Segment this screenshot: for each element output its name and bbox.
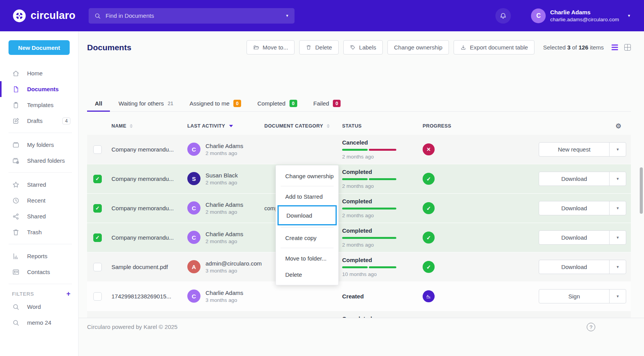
sidebar-item-documents[interactable]: Documents [0,81,78,97]
action-label[interactable]: Download [539,231,609,244]
completed-icon [423,202,435,214]
document-name[interactable]: 17429981238269015... [111,293,178,300]
user-menu-caret-icon: ▾ [628,13,630,18]
document-name[interactable]: Company memorandu... [111,234,181,241]
list-view-icon[interactable] [611,44,618,50]
row-checkbox[interactable] [93,204,102,213]
sidebar-item-label: memo 24 [27,319,51,326]
menu-item-delete[interactable]: Delete [276,266,338,283]
avatar: A [187,260,200,273]
action-label[interactable]: Download [539,260,609,274]
sidebar-item-label: Drafts [27,118,43,124]
tab-failed[interactable]: Failed0 [306,95,349,111]
column-header-last-activity[interactable]: LAST ACTIVITY [187,123,264,129]
action-caret-icon[interactable] [609,290,626,303]
row-checkbox[interactable] [93,175,102,183]
action-label[interactable]: New request [539,143,609,156]
tab-waiting-for-others[interactable]: Waiting for others21 [111,95,181,111]
action-label[interactable]: Download [539,201,609,215]
sidebar-item-home[interactable]: Home [0,65,78,81]
sort-icon [130,124,133,128]
sidebar-filter-word[interactable]: Word [0,299,78,315]
sidebar-item-reports[interactable]: Reports [0,248,78,264]
row-action-button[interactable]: New request [539,142,626,157]
row-checkbox[interactable] [93,145,102,154]
tab-assigned-to-me[interactable]: Assigned to me0 [182,95,249,111]
button-label: Change ownership [394,44,442,51]
add-filter-button[interactable]: + [66,290,70,297]
table-row[interactable]: Company memorandu... C Charlie Adams2 mo… [87,194,631,223]
row-action-button[interactable]: Download [539,172,626,186]
row-action-button[interactable]: Download [539,260,626,274]
sidebar-item-shared[interactable]: Shared [0,208,78,224]
column-header-name[interactable]: NAME [111,123,187,129]
action-label[interactable]: Sign [539,290,609,303]
row-checkbox[interactable] [93,233,102,242]
row-action-button[interactable]: Download [539,230,626,245]
action-caret-icon[interactable] [609,260,626,274]
menu-item-move-to-folder[interactable]: Move to folder... [276,250,338,266]
document-name[interactable]: Sample document.pdf [111,264,175,270]
search-scope-caret-icon[interactable]: ▾ [284,13,290,18]
action-label[interactable]: Download [539,172,609,186]
row-checkbox[interactable] [93,263,102,271]
row-action-button[interactable]: Sign [539,289,626,303]
menu-item-change-ownership[interactable]: Change ownership [276,168,338,184]
action-caret-icon[interactable] [609,143,626,156]
signature-icon [423,290,435,302]
grid-view-icon[interactable] [624,44,631,51]
global-search[interactable]: ▾ [89,8,295,24]
brand[interactable]: circularo [12,9,75,23]
column-header-progress[interactable]: PROGRESS [423,123,502,129]
user-menu[interactable]: C Charlie Adams charlie.adams@circularo.… [531,9,630,23]
document-name[interactable]: Company memorandu... [111,175,181,182]
sidebar-item-drafts[interactable]: Drafts 4 [0,113,78,129]
table-row[interactable]: 17429981238269015... C Charlie Adams3 mo… [87,282,631,311]
menu-highlight-frame: Download [277,205,337,225]
labels-button[interactable]: Labels [343,40,383,55]
sort-desc-icon [229,125,233,127]
menu-item-create-copy[interactable]: Create copy [276,230,338,246]
table-settings-gear-icon[interactable]: ⚙ [615,122,622,130]
delete-button[interactable]: Delete [299,40,338,55]
row-checkbox[interactable] [93,292,102,301]
document-name[interactable]: Company memorandu... [111,146,181,153]
sidebar-item-templates[interactable]: Templates [0,97,78,113]
tab-completed[interactable]: Completed0 [250,95,305,111]
help-button[interactable] [587,323,595,331]
sidebar-item-starred[interactable]: Starred [0,177,78,192]
table-row[interactable]: Sample document.pdf A admin@circularo.co… [87,252,631,282]
search-input[interactable] [106,12,284,19]
move-to-button[interactable]: Move to... [247,40,295,55]
menu-item-download[interactable]: Download [279,206,336,224]
vertical-scrollbar-thumb[interactable] [640,167,643,214]
action-caret-icon[interactable] [609,201,626,215]
change-ownership-button[interactable]: Change ownership [387,40,449,55]
tab-all[interactable]: All [87,95,110,111]
table-row[interactable]: Company memorandu... C Charlie Adams2 mo… [87,135,631,164]
tab-label: All [95,100,102,107]
sidebar-item-label: Templates [27,102,53,108]
sidebar-item-my-folders[interactable]: My folders [0,137,78,153]
sidebar-item-recent[interactable]: Recent [0,192,78,208]
row-action-button[interactable]: Download [539,201,626,215]
document-name[interactable]: Company memorandu... [111,205,181,211]
new-document-button[interactable]: New Document [9,40,70,55]
footer-copyright: Circularo powered by Karel © 2025 [87,324,178,330]
sidebar-filter-memo24[interactable]: memo 24 [0,315,78,330]
progress-bar [342,149,396,151]
action-caret-icon[interactable] [609,231,626,244]
sidebar-item-contacts[interactable]: Contacts [0,264,78,280]
column-header-document-category[interactable]: DOCUMENT CATEGORY [264,123,342,129]
sidebar-item-trash[interactable]: Trash [0,224,78,240]
sidebar-item-shared-folders[interactable]: Shared folders [0,153,78,169]
action-caret-icon[interactable] [609,172,626,186]
avatar: C [187,290,200,303]
table-row[interactable]: Company memorandu... C Charlie Adams2 mo… [87,223,631,252]
column-header-status[interactable]: STATUS [342,123,423,129]
export-document-table-button[interactable]: Export document table [454,40,534,55]
menu-item-add-to-starred[interactable]: Add to Starred [276,188,338,204]
trash-icon [306,44,312,50]
table-row[interactable]: Company memorandu... S Susan Black2 mont… [87,164,631,194]
notifications-button[interactable] [495,8,511,24]
